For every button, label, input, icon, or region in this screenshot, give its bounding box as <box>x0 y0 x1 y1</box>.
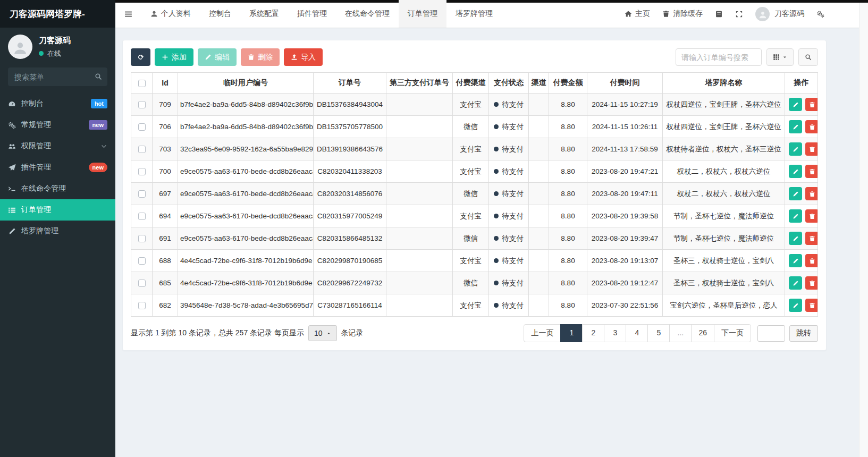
row-delete-button[interactable] <box>805 209 818 223</box>
row-user-no: b7fe4ae2-ba9a-6dd5-84b8-d89402c36f9b <box>178 116 314 138</box>
tab-插件管理[interactable]: 插件管理 <box>288 0 336 28</box>
columns-dropdown-button[interactable] <box>766 48 794 66</box>
gear-icon[interactable] <box>816 10 824 18</box>
user-menu[interactable]: 刀客源码 <box>755 7 804 21</box>
row-third-no <box>386 205 453 227</box>
tab-塔罗牌管理[interactable]: 塔罗牌管理 <box>446 0 502 28</box>
pencil-icon <box>793 235 799 242</box>
row-checkbox[interactable] <box>138 280 146 287</box>
table-row: 697e9ce0575-aa63-6170-bede-dcd8b26eaacaC… <box>131 183 818 205</box>
row-edit-button[interactable] <box>789 276 802 290</box>
row-delete-button[interactable] <box>805 232 818 245</box>
user-icon <box>13 41 28 56</box>
status-dot-icon <box>494 169 499 174</box>
row-checkbox[interactable] <box>138 257 146 265</box>
row-checkbox[interactable] <box>138 101 146 108</box>
sidebar-item-订单管理[interactable]: 订单管理 <box>0 199 115 221</box>
add-button[interactable]: 添加 <box>155 48 193 66</box>
edit-button[interactable]: 编辑 <box>198 48 237 66</box>
row-checkbox[interactable] <box>138 235 146 242</box>
column-header-塔罗牌名称: 塔罗牌名称 <box>663 73 785 94</box>
row-delete-button[interactable] <box>805 120 818 133</box>
search-button[interactable] <box>798 48 818 66</box>
row-delete-button[interactable] <box>805 299 818 312</box>
pencil-icon <box>793 280 799 286</box>
row-checkbox[interactable] <box>138 146 146 153</box>
row-checkbox[interactable] <box>138 302 146 309</box>
users-icon <box>8 142 16 150</box>
brand[interactable]: 刀客源码网塔罗牌- <box>0 0 115 28</box>
search-tools <box>676 48 818 66</box>
docs-icon[interactable] <box>715 10 723 18</box>
row-edit-button[interactable] <box>789 232 802 245</box>
row-edit-button[interactable] <box>789 209 802 223</box>
jump-button[interactable]: 跳转 <box>789 325 818 342</box>
tab-个人资料[interactable]: 个人资料 <box>141 0 200 28</box>
scrollbar[interactable] <box>859 3 868 457</box>
clear-cache-link[interactable]: 清除缓存 <box>662 9 703 19</box>
tab-在线命令管理[interactable]: 在线命令管理 <box>336 0 399 28</box>
tab-控制台[interactable]: 控制台 <box>200 0 240 28</box>
page-2[interactable]: 2 <box>582 324 604 342</box>
menu-search-input[interactable] <box>8 67 107 86</box>
row-pay-time: 2023-08-20 19:12:47 <box>587 272 663 294</box>
row-edit-button[interactable] <box>789 187 802 200</box>
caret-up-icon <box>326 331 331 336</box>
hamburger-icon[interactable] <box>115 0 141 28</box>
caret-down-icon <box>782 55 787 60</box>
row-pay-channel: 微信 <box>453 227 489 250</box>
sidebar-item-插件管理[interactable]: 插件管理new <box>0 157 115 178</box>
tab-label: 系统配置 <box>249 9 279 19</box>
row-delete-button[interactable] <box>805 187 818 200</box>
page-3[interactable]: 3 <box>604 324 626 342</box>
row-order-no: C820320314856076 <box>314 183 386 205</box>
row-amount: 8.80 <box>549 250 587 272</box>
select-all-checkbox[interactable] <box>138 80 146 87</box>
list-icon <box>8 206 16 214</box>
page-size-dropdown[interactable]: 10 <box>308 325 337 341</box>
row-delete-button[interactable] <box>805 276 818 290</box>
tab-系统配置[interactable]: 系统配置 <box>240 0 288 28</box>
row-edit-button[interactable] <box>789 142 802 156</box>
refresh-button[interactable] <box>131 48 150 66</box>
row-edit-button[interactable] <box>789 98 802 111</box>
page-26[interactable]: 26 <box>691 324 714 342</box>
sidebar-item-控制台[interactable]: 控制台hot <box>0 93 115 114</box>
page-4[interactable]: 4 <box>626 324 648 342</box>
row-checkbox[interactable] <box>138 168 146 175</box>
sidebar-item-常规管理[interactable]: 常规管理new <box>0 114 115 136</box>
row-edit-button[interactable] <box>789 165 802 178</box>
fullscreen-icon[interactable] <box>735 10 743 18</box>
row-checkbox[interactable] <box>138 123 146 131</box>
row-user-no: 4e4c5cad-72be-c9f6-31f8-7012b19b6d9e <box>178 272 314 294</box>
row-checkbox[interactable] <box>138 190 146 198</box>
row-ops <box>785 138 818 160</box>
row-edit-button[interactable] <box>789 299 802 312</box>
row-pay-time: 2024-11-15 10:26:11 <box>587 116 663 138</box>
row-delete-button[interactable] <box>805 165 818 178</box>
delete-button[interactable]: 删除 <box>241 48 280 66</box>
sidebar-item-权限管理[interactable]: 权限管理 <box>0 136 115 157</box>
page-next[interactable]: 下一页 <box>714 324 751 342</box>
page-5[interactable]: 5 <box>647 324 670 342</box>
sidebar-item-塔罗牌管理[interactable]: 塔罗牌管理 <box>0 221 115 242</box>
row-checkbox[interactable] <box>138 213 146 220</box>
page-...[interactable]: ... <box>669 324 692 342</box>
trash-icon <box>809 191 815 197</box>
row-delete-button[interactable] <box>805 98 818 111</box>
row-edit-button[interactable] <box>789 254 802 267</box>
column-header-付费时间: 付费时间 <box>587 73 663 94</box>
row-delete-button[interactable] <box>805 142 818 156</box>
page-1[interactable]: 1 <box>560 324 583 342</box>
column-header-Id: Id <box>153 73 178 94</box>
home-link[interactable]: 主页 <box>625 9 650 19</box>
sidebar-item-在线命令管理[interactable]: 在线命令管理 <box>0 178 115 199</box>
tab-订单管理[interactable]: 订单管理 <box>399 0 446 28</box>
row-delete-button[interactable] <box>805 254 818 267</box>
row-edit-button[interactable] <box>789 120 802 133</box>
page-prev[interactable]: 上一页 <box>524 324 561 342</box>
order-search-input[interactable] <box>676 48 762 66</box>
row-ops <box>785 116 818 138</box>
import-button[interactable]: 导入 <box>284 48 323 66</box>
jump-page-input[interactable] <box>757 325 785 342</box>
